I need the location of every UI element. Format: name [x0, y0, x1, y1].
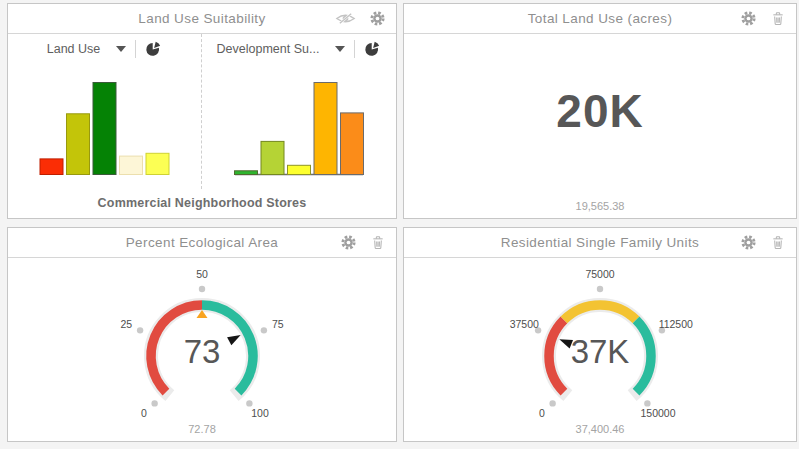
- total-land-use-value: 20K: [404, 84, 796, 138]
- panel-percent-ecological-area: Percent Ecological Area: [7, 227, 397, 442]
- panel-land-use-suitability: Land Use Suitability: [7, 3, 397, 219]
- svg-text:75: 75: [272, 318, 284, 330]
- panel-header: Residential Single Family Units: [404, 228, 796, 258]
- pie-chart-toggle-button[interactable]: [364, 41, 381, 57]
- svg-text:37500: 37500: [510, 318, 539, 330]
- settings-icon: [740, 234, 757, 251]
- delete-icon: [770, 10, 786, 27]
- delete-button[interactable]: [370, 234, 386, 251]
- delete-button[interactable]: [770, 10, 786, 27]
- svg-text:0: 0: [141, 407, 147, 419]
- panel-header: Land Use Suitability: [8, 4, 396, 34]
- total-land-use-exact-value: 19,565.38: [404, 200, 796, 212]
- visibility-off-button[interactable]: [335, 11, 356, 26]
- settings-button[interactable]: [740, 234, 757, 251]
- svg-text:100: 100: [251, 407, 269, 419]
- header-actions: [740, 228, 786, 257]
- land-use-chart-section: Land Use: [8, 34, 202, 189]
- panel-residential-single-family-units: Residential Single Family Units: [403, 227, 797, 442]
- visibility-off-icon: [335, 11, 356, 26]
- svg-text:112500: 112500: [659, 318, 693, 330]
- panel-title: Residential Single Family Units: [501, 235, 699, 250]
- delete-icon: [770, 234, 786, 251]
- land-use-bar-chart: [8, 64, 201, 189]
- residential-units-gauge: 0375007500011250015000037K: [480, 260, 720, 438]
- chevron-down-icon: [335, 46, 345, 52]
- pie-chart-toggle-button[interactable]: [145, 41, 162, 57]
- panel-header: Total Land Use (acres): [404, 4, 796, 34]
- svg-text:50: 50: [196, 268, 208, 280]
- svg-text:75000: 75000: [585, 268, 614, 280]
- panel-total-land-use: Total Land Use (acres): [403, 3, 797, 219]
- settings-icon: [369, 10, 386, 27]
- development-suitability-bar-chart: [202, 64, 396, 189]
- pie-chart-icon: [364, 41, 381, 57]
- divider: [135, 40, 136, 58]
- panel-title: Total Land Use (acres): [528, 11, 673, 26]
- settings-button[interactable]: [340, 234, 357, 251]
- settings-icon: [340, 234, 357, 251]
- settings-button[interactable]: [740, 10, 757, 27]
- header-actions: [740, 4, 786, 33]
- dashboard: Land Use Suitability: [0, 0, 799, 449]
- svg-text:37K: 37K: [571, 333, 630, 370]
- panel-title: Land Use Suitability: [138, 11, 265, 26]
- development-suitability-dropdown[interactable]: Development Su...: [217, 42, 346, 56]
- divider: [354, 40, 355, 58]
- svg-text:73: 73: [184, 333, 221, 370]
- header-actions: [335, 4, 386, 33]
- settings-icon: [740, 10, 757, 27]
- settings-button[interactable]: [369, 10, 386, 27]
- svg-text:25: 25: [120, 318, 132, 330]
- svg-text:150000: 150000: [640, 407, 675, 419]
- chart-split-area: Land Use Development S: [8, 34, 396, 189]
- panel-title: Percent Ecological Area: [126, 235, 279, 250]
- delete-icon: [370, 234, 386, 251]
- pie-chart-icon: [145, 41, 162, 57]
- land-use-controls: Land Use: [8, 34, 201, 64]
- residential-exact-value: 37,400.46: [404, 423, 796, 435]
- land-use-dropdown-label: Land Use: [47, 42, 101, 56]
- chart-caption: Commercial Neighborhood Stores: [8, 189, 396, 219]
- development-suitability-chart-section: Development Su...: [202, 34, 396, 189]
- development-suitability-dropdown-label: Development Su...: [217, 42, 320, 56]
- ecological-area-gauge: 025507510073: [82, 260, 322, 438]
- development-suitability-controls: Development Su...: [202, 34, 396, 64]
- land-use-dropdown[interactable]: Land Use: [47, 42, 127, 56]
- header-actions: [340, 228, 386, 257]
- svg-text:0: 0: [539, 407, 545, 419]
- ecological-exact-value: 72.78: [8, 423, 396, 435]
- chevron-down-icon: [116, 46, 126, 52]
- delete-button[interactable]: [770, 234, 786, 251]
- panel-header: Percent Ecological Area: [8, 228, 396, 258]
